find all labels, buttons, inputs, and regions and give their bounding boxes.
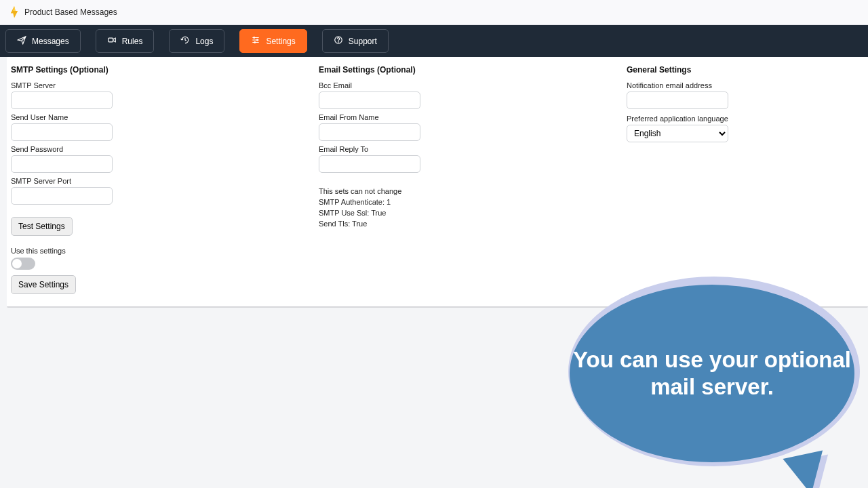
smtp-port-input[interactable] [11, 187, 113, 205]
from-name-label: Email From Name [319, 113, 627, 121]
svg-point-3 [254, 41, 256, 43]
nav-support-label: Support [349, 37, 377, 46]
smtp-server-label: SMTP Server [11, 81, 319, 89]
general-settings-column: General Settings Notification email addr… [627, 65, 859, 294]
use-settings-toggle[interactable] [11, 258, 35, 270]
svg-rect-0 [108, 38, 113, 42]
email-settings-column: Email Settings (Optional) Bcc Email Emai… [319, 65, 627, 294]
camera-icon [107, 35, 117, 47]
reply-to-input[interactable] [319, 155, 420, 173]
svg-point-5 [338, 41, 338, 42]
smtp-section-title: SMTP Settings (Optional) [11, 65, 319, 75]
email-section-title: Email Settings (Optional) [319, 65, 627, 75]
sliders-icon [251, 35, 260, 47]
smtp-user-label: Send User Name [11, 113, 319, 121]
nav-logs[interactable]: Logs [169, 29, 224, 53]
settings-panel: SMTP Settings (Optional) SMTP Server Sen… [7, 57, 868, 308]
bubble-tail [783, 450, 831, 488]
nav-messages[interactable]: Messages [5, 29, 81, 53]
hint-bubble: You can use your optional mail server. [556, 271, 868, 488]
app-title: Product Based Messages [24, 7, 117, 17]
bcc-email-label: Bcc Email [319, 81, 627, 89]
notify-email-label: Notification email address [627, 81, 859, 89]
nav-rules[interactable]: Rules [96, 29, 155, 53]
bubble-text: You can use your optional mail server. [570, 346, 854, 400]
smtp-pass-input[interactable] [11, 155, 113, 173]
language-label: Preferred application language [627, 115, 859, 123]
svg-point-2 [257, 39, 258, 41]
test-settings-button[interactable]: Test Settings [11, 217, 73, 236]
smtp-pass-label: Send Password [11, 145, 319, 153]
use-settings-label: Use this settings [11, 247, 319, 255]
bubble-body: You can use your optional mail server. [570, 285, 854, 462]
info-line-3: SMTP Use Ssl: True [319, 208, 627, 219]
smtp-port-label: SMTP Server Port [11, 177, 319, 185]
toggle-knob [12, 259, 22, 268]
smtp-user-input[interactable] [11, 123, 113, 141]
smtp-info-block: This sets can not change SMTP Authentica… [319, 186, 627, 230]
smtp-server-input[interactable] [11, 92, 113, 109]
history-icon [180, 35, 190, 47]
info-line-4: Send Tls: True [319, 219, 627, 230]
language-select[interactable]: English [627, 125, 728, 142]
app-logo-icon [9, 6, 19, 18]
app-header: Product Based Messages [0, 0, 868, 25]
bcc-email-input[interactable] [319, 92, 420, 109]
general-section-title: General Settings [627, 65, 859, 75]
info-line-1: This sets can not change [319, 186, 627, 197]
nav-logs-label: Logs [195, 37, 213, 46]
paper-plane-icon [17, 35, 26, 47]
svg-point-1 [254, 37, 255, 38]
nav-settings-label: Settings [266, 37, 295, 46]
nav-support[interactable]: Support [322, 29, 389, 53]
info-line-2: SMTP Authenticate: 1 [319, 197, 627, 208]
reply-to-label: Email Reply To [319, 145, 627, 153]
smtp-settings-column: SMTP Settings (Optional) SMTP Server Sen… [11, 65, 319, 294]
nav-rules-label: Rules [122, 37, 143, 46]
from-name-input[interactable] [319, 123, 420, 141]
save-settings-button[interactable]: Save Settings [11, 275, 76, 294]
nav-settings[interactable]: Settings [239, 29, 307, 53]
notify-email-input[interactable] [627, 92, 728, 109]
nav-bar: Messages Rules Logs Settings Support [0, 25, 868, 57]
help-circle-icon [334, 35, 343, 47]
nav-messages-label: Messages [32, 37, 69, 46]
